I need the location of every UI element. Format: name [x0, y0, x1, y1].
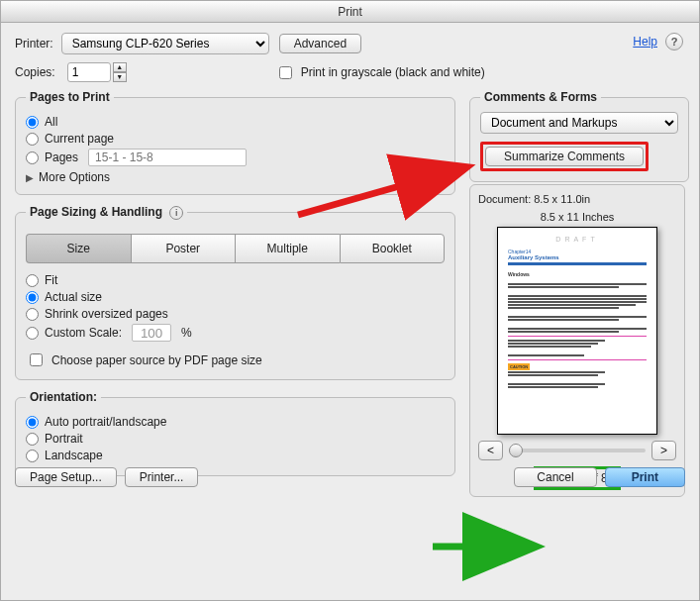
- orientation-panel: Orientation: Auto portrait/landscape Por…: [15, 390, 455, 476]
- grayscale-checkbox[interactable]: [279, 66, 292, 79]
- thumb-caution: CAUTION: [508, 363, 530, 370]
- orientation-legend: Orientation:: [26, 390, 101, 404]
- cancel-button[interactable]: Cancel: [514, 467, 596, 487]
- radio-current[interactable]: [26, 133, 39, 146]
- tab-multiple[interactable]: Multiple: [235, 234, 340, 263]
- label-auto-orient: Auto portrait/landscape: [45, 415, 166, 429]
- stepper-up-icon[interactable]: ▲: [113, 62, 127, 72]
- page-range-input[interactable]: [88, 149, 247, 166]
- annotation-highlight-red: Summarize Comments: [480, 142, 649, 171]
- copies-label: Copies:: [15, 65, 55, 79]
- document-size-label: Document: 8.5 x 11.0in: [478, 193, 676, 205]
- summarize-comments-button[interactable]: Summarize Comments: [485, 147, 644, 166]
- label-pages: Pages: [45, 150, 78, 164]
- percent-label: %: [181, 326, 192, 340]
- radio-actual[interactable]: [26, 291, 39, 304]
- radio-all[interactable]: [26, 116, 39, 129]
- radio-landscape[interactable]: [26, 450, 39, 462]
- stepper-down-icon[interactable]: ▼: [113, 72, 127, 82]
- help-icon[interactable]: ?: [665, 33, 683, 50]
- page-preview-thumbnail: DRAFT Chapter14 Auxiliary Systems Window…: [497, 227, 657, 435]
- label-actual: Actual size: [45, 290, 102, 304]
- document-inches-label: 8.5 x 11 Inches: [478, 211, 676, 223]
- print-button[interactable]: Print: [605, 467, 685, 487]
- choose-source-label: Choose paper source by PDF page size: [51, 353, 262, 367]
- printer-label: Printer:: [15, 37, 53, 50]
- printer-dialog-button[interactable]: Printer...: [125, 467, 199, 487]
- sizing-legend: Page Sizing & Handling: [30, 205, 162, 219]
- choose-source-checkbox[interactable]: [30, 353, 43, 366]
- more-options-toggle[interactable]: ▶ More Options: [26, 170, 445, 184]
- watermark-draft: DRAFT: [508, 236, 647, 243]
- radio-shrink[interactable]: [26, 308, 39, 321]
- label-shrink: Shrink oversized pages: [45, 307, 168, 321]
- radio-pages[interactable]: [26, 151, 39, 164]
- radio-fit[interactable]: [26, 274, 39, 287]
- pages-legend: Pages to Print: [26, 90, 114, 104]
- grayscale-label: Print in grayscale (black and white): [301, 65, 485, 79]
- print-dialog: Print Help ? Printer: Samsung CLP-620 Se…: [0, 0, 700, 601]
- more-options-label: More Options: [39, 170, 110, 184]
- preview-next-button[interactable]: >: [651, 441, 676, 460]
- label-all: All: [45, 115, 57, 129]
- label-landscape: Landscape: [45, 449, 103, 462]
- page-sizing-panel: Page Sizing & Handling i Size Poster Mul…: [15, 205, 455, 380]
- thumb-heading: Auxiliary Systems: [508, 254, 647, 260]
- label-current: Current page: [45, 132, 114, 146]
- label-fit: Fit: [45, 273, 57, 287]
- choose-source-row[interactable]: Choose paper source by PDF page size: [26, 351, 445, 369]
- tab-poster[interactable]: Poster: [131, 234, 236, 263]
- pages-to-print-panel: Pages to Print All Current page Pages: [15, 90, 455, 195]
- custom-scale-input[interactable]: [132, 324, 171, 342]
- sizing-tabs: Size Poster Multiple Booklet: [26, 234, 445, 263]
- label-portrait: Portrait: [45, 432, 83, 446]
- help-link[interactable]: Help: [633, 35, 657, 49]
- comments-forms-select[interactable]: Document and Markups: [480, 112, 678, 134]
- preview-panel: Document: 8.5 x 11.0in 8.5 x 11 Inches D…: [469, 184, 685, 497]
- printer-select[interactable]: Samsung CLP-620 Series: [61, 33, 269, 54]
- window-title: Print: [1, 1, 699, 23]
- tab-booklet[interactable]: Booklet: [340, 234, 446, 263]
- comments-forms-panel: Comments & Forms Document and Markups Su…: [469, 90, 689, 182]
- radio-portrait[interactable]: [26, 433, 39, 446]
- copies-input[interactable]: [67, 62, 111, 82]
- grayscale-checkbox-row[interactable]: Print in grayscale (black and white): [275, 63, 485, 82]
- tab-size[interactable]: Size: [26, 234, 131, 263]
- help-area: Help ?: [633, 33, 683, 50]
- info-icon[interactable]: i: [169, 206, 183, 220]
- label-custom: Custom Scale:: [45, 326, 122, 340]
- comments-forms-legend: Comments & Forms: [480, 90, 601, 104]
- slider-thumb-icon[interactable]: [509, 444, 523, 457]
- advanced-button[interactable]: Advanced: [279, 34, 361, 53]
- radio-auto-orient[interactable]: [26, 416, 39, 429]
- copies-stepper[interactable]: ▲ ▼: [113, 62, 127, 82]
- preview-prev-button[interactable]: <: [478, 441, 503, 460]
- radio-custom[interactable]: [26, 327, 39, 340]
- preview-page-slider[interactable]: [509, 449, 646, 452]
- page-setup-button[interactable]: Page Setup...: [15, 467, 117, 487]
- disclosure-triangle-icon: ▶: [26, 172, 34, 183]
